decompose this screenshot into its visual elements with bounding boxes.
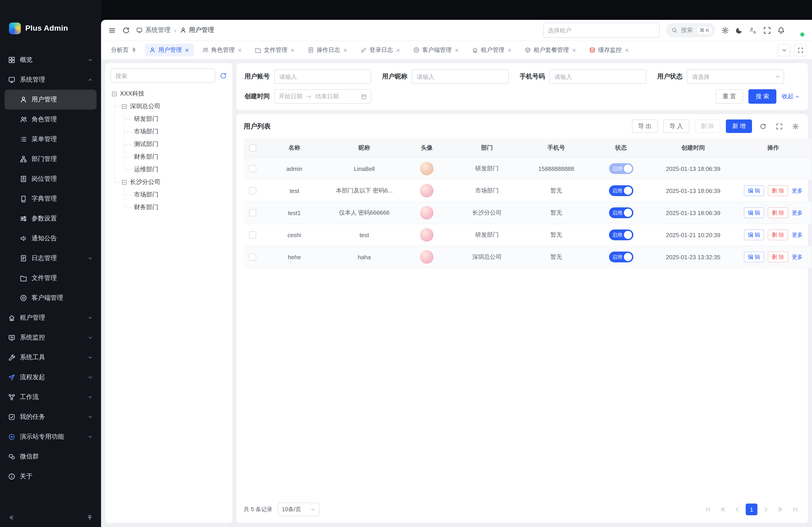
- pin-sidebar-icon[interactable]: [87, 514, 93, 521]
- translate-icon[interactable]: [749, 26, 757, 34]
- sidebar-item[interactable]: 角色管理: [4, 109, 97, 130]
- close-icon[interactable]: [343, 48, 348, 52]
- tab[interactable]: 角色管理: [198, 44, 247, 56]
- sidebar-item[interactable]: 租户管理: [4, 308, 97, 328]
- row-checkbox[interactable]: [249, 187, 256, 195]
- tree-refresh-icon[interactable]: [220, 72, 227, 79]
- row-checkbox[interactable]: [249, 209, 256, 216]
- sidebar-item[interactable]: 系统工具: [4, 348, 97, 367]
- close-icon[interactable]: [396, 48, 401, 52]
- tree-node[interactable]: 测试部门: [111, 138, 227, 151]
- row-checkbox[interactable]: [249, 231, 256, 239]
- edit-button[interactable]: 编 辑: [744, 229, 764, 240]
- breadcrumb-item-current[interactable]: 用户管理: [180, 26, 214, 34]
- tab[interactable]: 登录日志: [356, 44, 405, 56]
- status-toggle[interactable]: 启用: [609, 185, 633, 196]
- tree-node[interactable]: 运维部门: [111, 163, 227, 176]
- import-button[interactable]: 导 入: [663, 119, 689, 133]
- page-size-select[interactable]: 10条/页: [278, 503, 319, 516]
- sidebar-item[interactable]: 关于: [4, 467, 97, 486]
- tree-node[interactable]: 财务部门: [111, 201, 227, 214]
- sidebar-item[interactable]: 流程发起: [4, 367, 97, 387]
- last-page-button[interactable]: [789, 503, 801, 515]
- delete-button[interactable]: 删 除: [768, 252, 788, 262]
- sidebar-item[interactable]: 文件管理: [4, 268, 97, 288]
- fullscreen-icon[interactable]: [763, 26, 771, 34]
- close-icon[interactable]: [290, 48, 295, 52]
- tree-node[interactable]: XXX科技: [111, 88, 227, 100]
- close-icon[interactable]: [624, 48, 629, 52]
- tab[interactable]: 操作日志: [303, 44, 352, 56]
- status-toggle[interactable]: 启用: [609, 229, 633, 240]
- tree-node[interactable]: 长沙分公司: [111, 176, 227, 189]
- user-avatar[interactable]: [791, 24, 805, 37]
- tab[interactable]: 缓存监控: [585, 44, 634, 56]
- tree-node[interactable]: 市场部门: [111, 125, 227, 138]
- tabs-maximize-button[interactable]: [794, 44, 807, 56]
- delete-button[interactable]: 删 除: [768, 185, 788, 196]
- collapse-filters-link[interactable]: 收起: [782, 92, 800, 101]
- tree-node[interactable]: 深圳总公司: [111, 100, 227, 113]
- prev-page-button[interactable]: [731, 503, 743, 515]
- add-button[interactable]: 新 增: [726, 119, 752, 133]
- sidebar-item[interactable]: 岗位管理: [4, 169, 97, 189]
- delete-button[interactable]: 删 除: [768, 207, 788, 218]
- table-settings-button[interactable]: [790, 121, 801, 132]
- filter-input[interactable]: [274, 70, 371, 84]
- collapse-sidebar-icon[interactable]: [8, 514, 14, 521]
- tree-node[interactable]: 市场部门: [111, 189, 227, 201]
- edit-button[interactable]: 编 辑: [744, 252, 764, 262]
- sidebar-item[interactable]: 通知公告: [4, 229, 97, 249]
- tree-search-input[interactable]: [111, 69, 215, 83]
- close-icon[interactable]: [571, 48, 577, 52]
- sidebar-item[interactable]: 参数设置: [4, 209, 97, 229]
- global-search[interactable]: 搜索 ⌘ K: [666, 23, 715, 37]
- tab[interactable]: 用户管理: [145, 44, 194, 56]
- expander-icon[interactable]: [121, 179, 127, 185]
- tab[interactable]: 租户管理: [467, 44, 517, 56]
- breadcrumb-item[interactable]: 系统管理: [136, 26, 171, 34]
- filter-input[interactable]: [412, 70, 509, 84]
- select-all-checkbox[interactable]: [249, 145, 256, 152]
- notifications-bell-icon[interactable]: [777, 26, 785, 34]
- jump-back-button[interactable]: [717, 503, 728, 515]
- close-icon[interactable]: [237, 48, 242, 52]
- refresh-icon[interactable]: [122, 26, 130, 34]
- sidebar-item[interactable]: 微信群: [4, 447, 97, 467]
- sidebar-item[interactable]: 菜单管理: [4, 130, 97, 149]
- sidebar-item[interactable]: 概览: [4, 50, 97, 70]
- status-toggle[interactable]: 启用: [609, 163, 633, 174]
- sidebar-item[interactable]: 工作流: [4, 387, 97, 407]
- close-icon[interactable]: [507, 48, 512, 52]
- tenant-select-input[interactable]: [543, 22, 659, 38]
- edit-button[interactable]: 编 辑: [744, 185, 764, 196]
- sidebar-item[interactable]: 部门管理: [4, 149, 97, 169]
- more-link[interactable]: 更多: [792, 253, 803, 261]
- sidebar-item[interactable]: 我的任务: [4, 407, 97, 427]
- tab[interactable]: 分析页: [106, 44, 141, 56]
- delete-button[interactable]: 删 除: [768, 229, 788, 240]
- more-link[interactable]: 更多: [792, 231, 803, 239]
- tab[interactable]: 客户端管理: [409, 44, 464, 56]
- expander-icon[interactable]: [112, 91, 117, 97]
- row-checkbox[interactable]: [249, 254, 256, 261]
- sidebar-item[interactable]: 用户管理: [4, 90, 97, 109]
- filter-input[interactable]: [687, 70, 784, 84]
- expander-icon[interactable]: [121, 104, 127, 109]
- tabs-dropdown-button[interactable]: [778, 44, 791, 56]
- next-page-button[interactable]: [760, 503, 772, 515]
- row-checkbox[interactable]: [249, 165, 256, 172]
- sidebar-item[interactable]: 演示站专用功能: [4, 427, 97, 447]
- status-toggle[interactable]: 启用: [609, 252, 633, 262]
- table-refresh-button[interactable]: [757, 121, 768, 132]
- tab[interactable]: 文件管理: [250, 44, 300, 56]
- export-button[interactable]: 导 出: [632, 119, 658, 133]
- sidebar-item[interactable]: 日志管理: [4, 249, 97, 268]
- batch-delete-button[interactable]: 删 除: [695, 119, 721, 133]
- search-button[interactable]: 搜 索: [749, 89, 777, 104]
- filter-input[interactable]: [549, 70, 647, 84]
- hamburger-menu-icon[interactable]: [108, 26, 116, 34]
- sidebar-item[interactable]: 字典管理: [4, 189, 97, 209]
- sidebar-item[interactable]: 客户端管理: [4, 288, 97, 308]
- reset-button[interactable]: 重 置: [715, 89, 743, 104]
